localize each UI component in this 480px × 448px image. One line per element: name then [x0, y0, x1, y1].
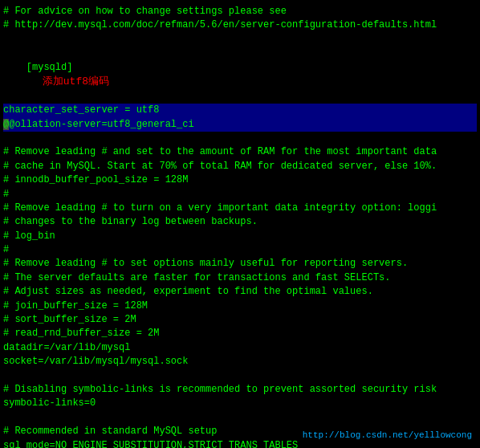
section-label: [mysqld]	[26, 62, 73, 73]
line-11: #	[3, 188, 477, 202]
line-22: datadir=/var/lib/mysql	[3, 341, 477, 355]
line-14: # log_bin	[3, 230, 477, 243]
blog-link: http://blog.csdn.net/yelllowcong	[303, 430, 472, 440]
line-6: @@ollation-server=utf8_general_ci	[3, 118, 477, 132]
line-4: [mysqld] 添加utf8编码	[3, 47, 477, 104]
line-18: # Adjust sizes as needed, experiment to …	[3, 285, 477, 299]
line-26: symbolic-links=0	[3, 397, 477, 410]
line-23: socket=/var/lib/mysql/mysql.sock	[3, 355, 477, 369]
line-25: # Disabling symbolic-links is recommende…	[3, 383, 477, 397]
line-9: # cache in MySQL. Start at 70% of total …	[3, 160, 477, 173]
line-17: # The server defaults are faster for tra…	[3, 271, 477, 285]
terminal-window: # For advice on how to change settings p…	[0, 0, 480, 448]
line-27	[3, 411, 477, 425]
line-13: # changes to the binary log between back…	[3, 215, 477, 229]
line-12: # Remove leading # to turn on a very imp…	[3, 202, 477, 215]
annotation-utf8: 添加utf8编码	[43, 75, 109, 88]
line-5: character_set_server = utf8	[3, 104, 477, 117]
line-21: # read_rnd_buffer_size = 2M	[3, 327, 477, 340]
line-10: # innodb_buffer_pool_size = 128M	[3, 173, 477, 187]
line-2: # http://dev.mysql.com/doc/refman/5.6/en…	[3, 18, 477, 32]
line-20: # sort_buffer_size = 2M	[3, 313, 477, 327]
line-19: # join_buffer_size = 128M	[3, 299, 477, 313]
line-29: sql_mode=NO_ENGINE_SUBSTITUTION,STRICT_T…	[3, 439, 477, 448]
line-1: # For advice on how to change settings p…	[3, 5, 477, 18]
line-8: # Remove leading # and set to the amount…	[3, 145, 477, 159]
line-15: #	[3, 243, 477, 257]
line-3	[3, 33, 477, 47]
line-16: # Remove leading # to set options mainly…	[3, 257, 477, 271]
line-7	[3, 132, 477, 145]
line-24	[3, 369, 477, 383]
